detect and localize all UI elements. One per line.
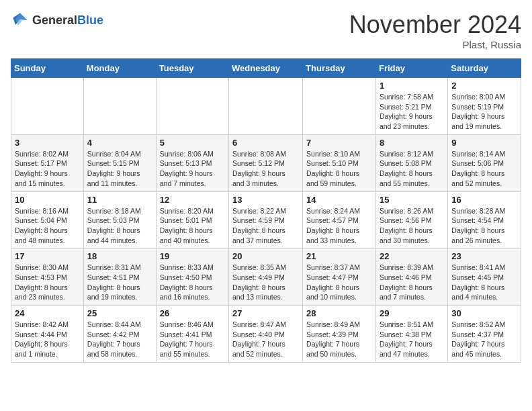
day-info: Sunrise: 8:12 AMSunset: 5:08 PMDaylight:… [380, 149, 444, 189]
day-number: 18 [87, 251, 152, 261]
day-of-week-thursday: Thursday [303, 59, 376, 78]
calendar-cell: 13Sunrise: 8:22 AMSunset: 4:59 PMDayligh… [229, 191, 303, 248]
day-number: 12 [160, 195, 225, 205]
day-number: 3 [15, 138, 80, 148]
day-number: 28 [306, 308, 372, 318]
logo: GeneralBlue [11, 11, 103, 30]
day-info: Sunrise: 8:26 AMSunset: 4:56 PMDaylight:… [380, 206, 444, 246]
week-row-4: 17Sunrise: 8:30 AMSunset: 4:53 PMDayligh… [11, 248, 521, 306]
svg-marker-1 [15, 13, 28, 26]
title-block: November 2024 Plast, Russia [349, 11, 521, 50]
day-number: 17 [15, 251, 80, 261]
day-info: Sunrise: 8:24 AMSunset: 4:57 PMDaylight:… [306, 206, 372, 246]
calendar-cell [303, 78, 376, 135]
day-info: Sunrise: 7:58 AMSunset: 5:21 PMDaylight:… [380, 92, 444, 132]
day-of-week-friday: Friday [375, 59, 447, 78]
day-info: Sunrise: 8:16 AMSunset: 5:04 PMDaylight:… [15, 206, 80, 246]
calendar-cell [11, 78, 84, 135]
calendar-cell: 8Sunrise: 8:12 AMSunset: 5:08 PMDaylight… [375, 134, 447, 191]
calendar-cell: 21Sunrise: 8:37 AMSunset: 4:47 PMDayligh… [303, 248, 376, 306]
calendar-cell: 2Sunrise: 8:00 AMSunset: 5:19 PMDaylight… [448, 78, 521, 135]
calendar-cell: 11Sunrise: 8:18 AMSunset: 5:03 PMDayligh… [83, 191, 156, 248]
day-number: 1 [380, 81, 444, 91]
day-info: Sunrise: 8:14 AMSunset: 5:06 PMDaylight:… [451, 149, 517, 189]
calendar-cell: 15Sunrise: 8:26 AMSunset: 4:56 PMDayligh… [375, 191, 447, 248]
day-number: 26 [160, 308, 225, 318]
logo-general: General [32, 13, 77, 27]
day-of-week-monday: Monday [83, 59, 156, 78]
day-info: Sunrise: 8:04 AMSunset: 5:15 PMDaylight:… [87, 149, 152, 189]
calendar-cell: 3Sunrise: 8:02 AMSunset: 5:17 PMDaylight… [11, 134, 84, 191]
calendar-cell: 26Sunrise: 8:46 AMSunset: 4:41 PMDayligh… [156, 306, 228, 363]
day-of-week-tuesday: Tuesday [156, 59, 228, 78]
calendar-body: 1Sunrise: 7:58 AMSunset: 5:21 PMDaylight… [11, 78, 521, 363]
day-number: 30 [451, 308, 517, 318]
day-number: 8 [380, 138, 444, 148]
calendar-cell [83, 78, 156, 135]
day-number: 11 [87, 195, 152, 205]
day-number: 19 [160, 251, 225, 261]
day-number: 20 [232, 251, 299, 261]
day-number: 10 [15, 195, 80, 205]
day-info: Sunrise: 8:42 AMSunset: 4:44 PMDaylight:… [15, 320, 80, 359]
logo-blue: Blue [77, 13, 103, 27]
calendar-cell: 20Sunrise: 8:35 AMSunset: 4:49 PMDayligh… [229, 248, 303, 306]
day-info: Sunrise: 8:00 AMSunset: 5:19 PMDaylight:… [451, 92, 517, 132]
calendar-cell: 24Sunrise: 8:42 AMSunset: 4:44 PMDayligh… [11, 306, 84, 363]
calendar-cell: 18Sunrise: 8:31 AMSunset: 4:51 PMDayligh… [83, 248, 156, 306]
calendar-cell: 16Sunrise: 8:28 AMSunset: 4:54 PMDayligh… [448, 191, 521, 248]
day-number: 23 [451, 251, 517, 261]
day-number: 14 [306, 195, 372, 205]
week-row-1: 1Sunrise: 7:58 AMSunset: 5:21 PMDaylight… [11, 78, 521, 135]
calendar-cell: 9Sunrise: 8:14 AMSunset: 5:06 PMDaylight… [448, 134, 521, 191]
calendar-cell: 25Sunrise: 8:44 AMSunset: 4:42 PMDayligh… [83, 306, 156, 363]
day-number: 27 [232, 308, 299, 318]
day-number: 25 [87, 308, 152, 318]
day-info: Sunrise: 8:31 AMSunset: 4:51 PMDaylight:… [87, 263, 152, 302]
day-info: Sunrise: 8:30 AMSunset: 4:53 PMDaylight:… [15, 263, 80, 302]
day-info: Sunrise: 8:44 AMSunset: 4:42 PMDaylight:… [87, 320, 152, 359]
calendar-cell: 14Sunrise: 8:24 AMSunset: 4:57 PMDayligh… [303, 191, 376, 248]
week-row-5: 24Sunrise: 8:42 AMSunset: 4:44 PMDayligh… [11, 306, 521, 363]
calendar-cell: 5Sunrise: 8:06 AMSunset: 5:13 PMDaylight… [156, 134, 228, 191]
calendar-cell: 23Sunrise: 8:41 AMSunset: 4:45 PMDayligh… [448, 248, 521, 306]
day-info: Sunrise: 8:39 AMSunset: 4:46 PMDaylight:… [380, 263, 444, 302]
calendar-cell [156, 78, 228, 135]
logo-icon [11, 11, 30, 30]
day-info: Sunrise: 8:33 AMSunset: 4:50 PMDaylight:… [160, 263, 225, 302]
calendar-cell: 12Sunrise: 8:20 AMSunset: 5:01 PMDayligh… [156, 191, 228, 248]
calendar-cell: 17Sunrise: 8:30 AMSunset: 4:53 PMDayligh… [11, 248, 84, 306]
month-title: November 2024 [349, 11, 521, 39]
calendar: SundayMondayTuesdayWednesdayThursdayFrid… [11, 58, 521, 363]
calendar-cell: 6Sunrise: 8:08 AMSunset: 5:12 PMDaylight… [229, 134, 303, 191]
day-number: 7 [306, 138, 372, 148]
day-info: Sunrise: 8:47 AMSunset: 4:40 PMDaylight:… [232, 320, 299, 359]
calendar-cell [229, 78, 303, 135]
day-info: Sunrise: 8:10 AMSunset: 5:10 PMDaylight:… [306, 149, 372, 189]
calendar-cell: 29Sunrise: 8:51 AMSunset: 4:38 PMDayligh… [375, 306, 447, 363]
day-number: 21 [306, 251, 372, 261]
days-of-week-row: SundayMondayTuesdayWednesdayThursdayFrid… [11, 59, 521, 78]
day-info: Sunrise: 8:02 AMSunset: 5:17 PMDaylight:… [15, 149, 80, 189]
calendar-cell: 7Sunrise: 8:10 AMSunset: 5:10 PMDaylight… [303, 134, 376, 191]
day-info: Sunrise: 8:35 AMSunset: 4:49 PMDaylight:… [232, 263, 299, 302]
day-info: Sunrise: 8:06 AMSunset: 5:13 PMDaylight:… [160, 149, 225, 189]
location: Plast, Russia [349, 39, 521, 50]
day-number: 5 [160, 138, 225, 148]
calendar-cell: 10Sunrise: 8:16 AMSunset: 5:04 PMDayligh… [11, 191, 84, 248]
day-number: 2 [451, 81, 517, 91]
calendar-cell: 30Sunrise: 8:52 AMSunset: 4:37 PMDayligh… [448, 306, 521, 363]
day-of-week-sunday: Sunday [11, 59, 84, 78]
day-number: 9 [451, 138, 517, 148]
day-number: 6 [232, 138, 299, 148]
day-number: 16 [451, 195, 517, 205]
week-row-2: 3Sunrise: 8:02 AMSunset: 5:17 PMDaylight… [11, 134, 521, 191]
day-info: Sunrise: 8:28 AMSunset: 4:54 PMDaylight:… [451, 206, 517, 246]
day-number: 15 [380, 195, 444, 205]
week-row-3: 10Sunrise: 8:16 AMSunset: 5:04 PMDayligh… [11, 191, 521, 248]
day-info: Sunrise: 8:20 AMSunset: 5:01 PMDaylight:… [160, 206, 225, 246]
day-info: Sunrise: 8:18 AMSunset: 5:03 PMDaylight:… [87, 206, 152, 246]
calendar-cell: 22Sunrise: 8:39 AMSunset: 4:46 PMDayligh… [375, 248, 447, 306]
day-info: Sunrise: 8:52 AMSunset: 4:37 PMDaylight:… [451, 320, 517, 359]
day-number: 13 [232, 195, 299, 205]
